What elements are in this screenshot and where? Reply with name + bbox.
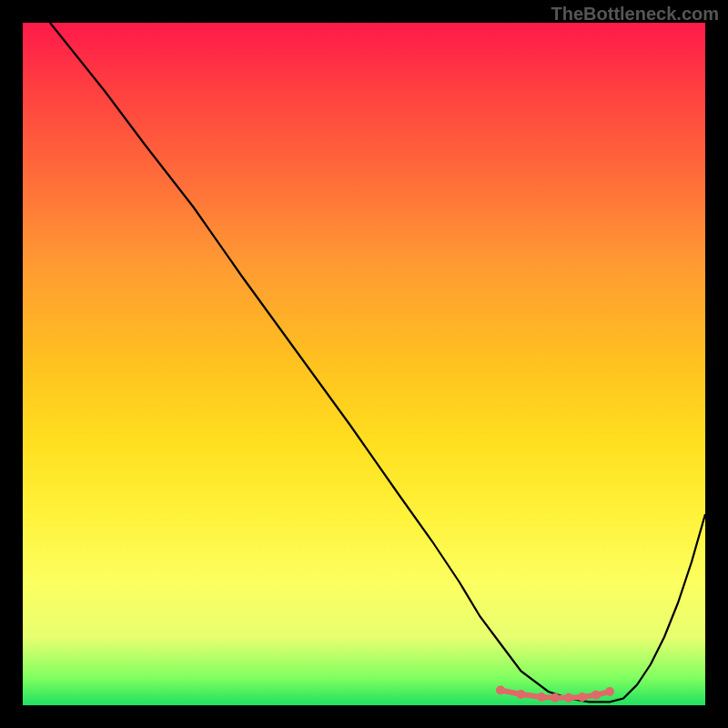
highlight-marker: [537, 693, 546, 702]
highlight-marker: [578, 693, 587, 702]
highlight-marker: [564, 693, 573, 703]
highlight-marker: [551, 693, 560, 703]
highlight-marker: [605, 687, 614, 696]
highlight-marker: [592, 691, 601, 700]
watermark-text: TheBottleneck.com: [551, 4, 719, 25]
bottleneck-curve-line: [50, 23, 705, 702]
chart-svg: [23, 23, 705, 705]
chart-plot-area: [23, 23, 705, 705]
highlight-marker: [496, 686, 505, 695]
highlight-markers-group: [496, 686, 614, 703]
highlight-marker: [517, 690, 526, 699]
